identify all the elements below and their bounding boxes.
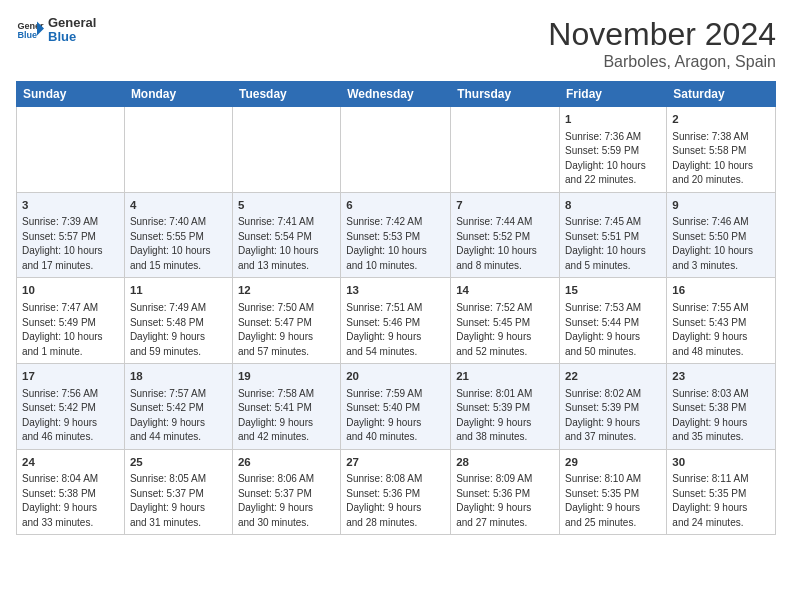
day-number: 30	[672, 454, 770, 471]
day-info: Sunrise: 8:04 AM Sunset: 5:38 PM Dayligh…	[22, 472, 119, 530]
calendar-cell	[124, 107, 232, 193]
day-info: Sunrise: 7:57 AM Sunset: 5:42 PM Dayligh…	[130, 387, 227, 445]
day-info: Sunrise: 8:02 AM Sunset: 5:39 PM Dayligh…	[565, 387, 661, 445]
day-number: 7	[456, 197, 554, 214]
calendar-cell: 25Sunrise: 8:05 AM Sunset: 5:37 PM Dayli…	[124, 449, 232, 535]
calendar-cell: 21Sunrise: 8:01 AM Sunset: 5:39 PM Dayli…	[451, 364, 560, 450]
calendar-week-2: 3Sunrise: 7:39 AM Sunset: 5:57 PM Daylig…	[17, 192, 776, 278]
day-number: 15	[565, 282, 661, 299]
header-sunday: Sunday	[17, 82, 125, 107]
day-info: Sunrise: 7:47 AM Sunset: 5:49 PM Dayligh…	[22, 301, 119, 359]
day-number: 10	[22, 282, 119, 299]
svg-text:Blue: Blue	[17, 31, 37, 41]
header-tuesday: Tuesday	[232, 82, 340, 107]
day-number: 12	[238, 282, 335, 299]
calendar-cell	[341, 107, 451, 193]
day-info: Sunrise: 8:10 AM Sunset: 5:35 PM Dayligh…	[565, 472, 661, 530]
day-info: Sunrise: 7:51 AM Sunset: 5:46 PM Dayligh…	[346, 301, 445, 359]
day-number: 21	[456, 368, 554, 385]
day-number: 19	[238, 368, 335, 385]
calendar-cell: 30Sunrise: 8:11 AM Sunset: 5:35 PM Dayli…	[667, 449, 776, 535]
calendar-cell: 29Sunrise: 8:10 AM Sunset: 5:35 PM Dayli…	[560, 449, 667, 535]
day-number: 17	[22, 368, 119, 385]
calendar-cell	[232, 107, 340, 193]
logo-text-general: General	[48, 16, 96, 30]
calendar-cell: 1Sunrise: 7:36 AM Sunset: 5:59 PM Daylig…	[560, 107, 667, 193]
header: General Blue General Blue November 2024 …	[16, 16, 776, 71]
day-number: 16	[672, 282, 770, 299]
header-friday: Friday	[560, 82, 667, 107]
calendar-cell	[17, 107, 125, 193]
day-info: Sunrise: 7:40 AM Sunset: 5:55 PM Dayligh…	[130, 215, 227, 273]
day-info: Sunrise: 7:45 AM Sunset: 5:51 PM Dayligh…	[565, 215, 661, 273]
day-info: Sunrise: 7:46 AM Sunset: 5:50 PM Dayligh…	[672, 215, 770, 273]
day-number: 26	[238, 454, 335, 471]
day-number: 25	[130, 454, 227, 471]
header-thursday: Thursday	[451, 82, 560, 107]
calendar-cell: 13Sunrise: 7:51 AM Sunset: 5:46 PM Dayli…	[341, 278, 451, 364]
calendar-body: 1Sunrise: 7:36 AM Sunset: 5:59 PM Daylig…	[17, 107, 776, 535]
header-row: Sunday Monday Tuesday Wednesday Thursday…	[17, 82, 776, 107]
day-number: 1	[565, 111, 661, 128]
title-block: November 2024 Barboles, Aragon, Spain	[548, 16, 776, 71]
day-number: 27	[346, 454, 445, 471]
day-info: Sunrise: 7:39 AM Sunset: 5:57 PM Dayligh…	[22, 215, 119, 273]
calendar-cell: 23Sunrise: 8:03 AM Sunset: 5:38 PM Dayli…	[667, 364, 776, 450]
day-info: Sunrise: 7:38 AM Sunset: 5:58 PM Dayligh…	[672, 130, 770, 188]
header-wednesday: Wednesday	[341, 82, 451, 107]
calendar-cell: 28Sunrise: 8:09 AM Sunset: 5:36 PM Dayli…	[451, 449, 560, 535]
calendar-cell: 10Sunrise: 7:47 AM Sunset: 5:49 PM Dayli…	[17, 278, 125, 364]
calendar-cell: 14Sunrise: 7:52 AM Sunset: 5:45 PM Dayli…	[451, 278, 560, 364]
day-number: 3	[22, 197, 119, 214]
day-info: Sunrise: 8:05 AM Sunset: 5:37 PM Dayligh…	[130, 472, 227, 530]
day-number: 5	[238, 197, 335, 214]
calendar-cell: 18Sunrise: 7:57 AM Sunset: 5:42 PM Dayli…	[124, 364, 232, 450]
calendar-cell: 27Sunrise: 8:08 AM Sunset: 5:36 PM Dayli…	[341, 449, 451, 535]
calendar-cell: 6Sunrise: 7:42 AM Sunset: 5:53 PM Daylig…	[341, 192, 451, 278]
day-number: 6	[346, 197, 445, 214]
calendar-cell: 9Sunrise: 7:46 AM Sunset: 5:50 PM Daylig…	[667, 192, 776, 278]
day-info: Sunrise: 7:53 AM Sunset: 5:44 PM Dayligh…	[565, 301, 661, 359]
location: Barboles, Aragon, Spain	[548, 53, 776, 71]
logo: General Blue General Blue	[16, 16, 96, 45]
day-info: Sunrise: 7:49 AM Sunset: 5:48 PM Dayligh…	[130, 301, 227, 359]
day-number: 4	[130, 197, 227, 214]
day-info: Sunrise: 8:06 AM Sunset: 5:37 PM Dayligh…	[238, 472, 335, 530]
day-info: Sunrise: 8:01 AM Sunset: 5:39 PM Dayligh…	[456, 387, 554, 445]
day-number: 22	[565, 368, 661, 385]
day-info: Sunrise: 8:11 AM Sunset: 5:35 PM Dayligh…	[672, 472, 770, 530]
calendar-cell: 19Sunrise: 7:58 AM Sunset: 5:41 PM Dayli…	[232, 364, 340, 450]
day-number: 18	[130, 368, 227, 385]
day-info: Sunrise: 7:59 AM Sunset: 5:40 PM Dayligh…	[346, 387, 445, 445]
day-info: Sunrise: 7:36 AM Sunset: 5:59 PM Dayligh…	[565, 130, 661, 188]
day-info: Sunrise: 8:08 AM Sunset: 5:36 PM Dayligh…	[346, 472, 445, 530]
calendar-table: Sunday Monday Tuesday Wednesday Thursday…	[16, 81, 776, 535]
day-number: 24	[22, 454, 119, 471]
day-info: Sunrise: 7:58 AM Sunset: 5:41 PM Dayligh…	[238, 387, 335, 445]
calendar-header: Sunday Monday Tuesday Wednesday Thursday…	[17, 82, 776, 107]
logo-icon: General Blue	[16, 16, 44, 44]
calendar-cell: 12Sunrise: 7:50 AM Sunset: 5:47 PM Dayli…	[232, 278, 340, 364]
day-number: 11	[130, 282, 227, 299]
day-number: 20	[346, 368, 445, 385]
calendar-cell: 15Sunrise: 7:53 AM Sunset: 5:44 PM Dayli…	[560, 278, 667, 364]
day-number: 23	[672, 368, 770, 385]
calendar-cell: 22Sunrise: 8:02 AM Sunset: 5:39 PM Dayli…	[560, 364, 667, 450]
day-number: 8	[565, 197, 661, 214]
calendar-week-4: 17Sunrise: 7:56 AM Sunset: 5:42 PM Dayli…	[17, 364, 776, 450]
calendar-week-3: 10Sunrise: 7:47 AM Sunset: 5:49 PM Dayli…	[17, 278, 776, 364]
calendar-cell: 2Sunrise: 7:38 AM Sunset: 5:58 PM Daylig…	[667, 107, 776, 193]
day-info: Sunrise: 7:56 AM Sunset: 5:42 PM Dayligh…	[22, 387, 119, 445]
day-info: Sunrise: 7:55 AM Sunset: 5:43 PM Dayligh…	[672, 301, 770, 359]
day-number: 14	[456, 282, 554, 299]
calendar-cell: 7Sunrise: 7:44 AM Sunset: 5:52 PM Daylig…	[451, 192, 560, 278]
day-number: 2	[672, 111, 770, 128]
calendar-cell: 5Sunrise: 7:41 AM Sunset: 5:54 PM Daylig…	[232, 192, 340, 278]
day-number: 28	[456, 454, 554, 471]
calendar-cell	[451, 107, 560, 193]
day-info: Sunrise: 7:41 AM Sunset: 5:54 PM Dayligh…	[238, 215, 335, 273]
header-saturday: Saturday	[667, 82, 776, 107]
month-title: November 2024	[548, 16, 776, 53]
calendar-week-1: 1Sunrise: 7:36 AM Sunset: 5:59 PM Daylig…	[17, 107, 776, 193]
day-info: Sunrise: 8:09 AM Sunset: 5:36 PM Dayligh…	[456, 472, 554, 530]
